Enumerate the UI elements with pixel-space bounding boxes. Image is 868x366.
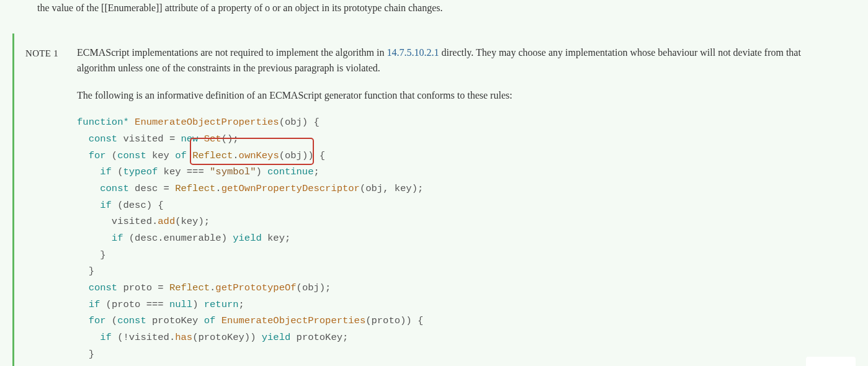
keyword: if bbox=[112, 233, 123, 244]
identifier: obj bbox=[302, 282, 320, 293]
identifier: desc bbox=[135, 233, 158, 244]
method-name: add bbox=[158, 216, 175, 227]
identifier: key bbox=[152, 150, 169, 161]
note-label: NOTE 1 bbox=[25, 45, 58, 366]
keyword: const bbox=[100, 183, 129, 194]
keyword: of bbox=[204, 315, 216, 326]
object-name: Reflect bbox=[192, 150, 233, 161]
keyword: const bbox=[117, 150, 146, 161]
identifier: protoKey bbox=[198, 332, 244, 343]
keyword: const bbox=[117, 315, 146, 326]
identifier: proto bbox=[372, 315, 401, 326]
spec-section-link[interactable]: 14.7.5.10.2.1 bbox=[387, 47, 439, 58]
note-body: ECMAScript implementations are not requi… bbox=[77, 45, 837, 366]
floating-widget[interactable] bbox=[806, 357, 856, 366]
identifier: obj bbox=[285, 150, 302, 161]
keyword: typeof bbox=[123, 166, 158, 177]
keyword: yield bbox=[233, 233, 262, 244]
identifier: obj bbox=[285, 117, 302, 128]
keyword: for bbox=[89, 150, 106, 161]
identifier: key bbox=[164, 166, 181, 177]
function-name: EnumerateObjectProperties bbox=[135, 117, 279, 128]
identifier: visited bbox=[129, 332, 169, 343]
keyword: for bbox=[89, 315, 106, 326]
identifier: desc bbox=[135, 183, 158, 194]
keyword: function* bbox=[77, 117, 129, 128]
fragment-text: the value of the [[Enumerable]] attribut… bbox=[37, 2, 443, 13]
object-name: Reflect bbox=[175, 183, 215, 194]
null-literal: null bbox=[169, 299, 192, 310]
keyword: yield bbox=[262, 332, 291, 343]
keyword: continue bbox=[267, 166, 313, 177]
method-name: has bbox=[175, 332, 192, 343]
method-name: getPrototypeOf bbox=[215, 282, 296, 293]
note-para1-pre: ECMAScript implementations are not requi… bbox=[77, 47, 387, 58]
identifier: desc bbox=[123, 200, 146, 211]
method-name: ownKeys bbox=[239, 150, 279, 161]
keyword: of bbox=[175, 150, 187, 161]
keyword: if bbox=[89, 299, 101, 310]
identifier: proto bbox=[112, 299, 141, 310]
identifier: protoKey bbox=[152, 315, 198, 326]
keyword: if bbox=[100, 332, 112, 343]
note-paragraph-1: ECMAScript implementations are not requi… bbox=[77, 45, 837, 76]
class-name: Set bbox=[204, 133, 221, 145]
partial-text-above: the value of the [[Enumerable]] attribut… bbox=[0, 0, 868, 16]
identifier: proto bbox=[123, 282, 152, 293]
function-name: EnumerateObjectProperties bbox=[221, 315, 366, 326]
keyword: if bbox=[100, 200, 112, 211]
note-block: NOTE 1 ECMAScript implementations are no… bbox=[12, 33, 856, 366]
string-literal: "symbol" bbox=[210, 166, 256, 177]
identifier: key bbox=[181, 216, 199, 227]
keyword: return bbox=[204, 299, 239, 310]
identifier: key bbox=[395, 183, 412, 194]
identifier: visited bbox=[123, 133, 163, 145]
identifier: visited bbox=[112, 216, 152, 227]
keyword: const bbox=[89, 282, 118, 293]
note-paragraph-2: The following is an informative definiti… bbox=[77, 87, 837, 104]
method-name: getOwnPropertyDescriptor bbox=[221, 183, 360, 194]
identifier: protoKey bbox=[297, 332, 342, 343]
identifier: enumerable bbox=[164, 233, 221, 244]
code-block: function* EnumerateObjectProperties(obj)… bbox=[77, 114, 837, 366]
object-name: Reflect bbox=[169, 282, 210, 293]
identifier: obj bbox=[365, 183, 383, 194]
identifier: key bbox=[267, 233, 285, 244]
keyword: new bbox=[181, 133, 199, 145]
keyword: const bbox=[89, 133, 118, 145]
keyword: if bbox=[100, 166, 112, 177]
